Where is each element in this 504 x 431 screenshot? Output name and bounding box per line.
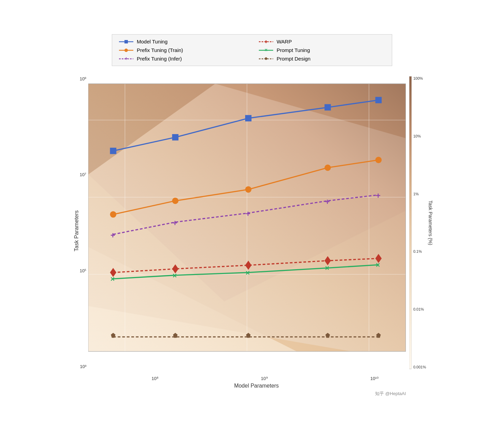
marker-model-tuning-1 — [110, 148, 117, 154]
marker-prefix-infer-1: + — [110, 231, 115, 240]
legend-item-prompt-tuning: × Prompt Tuning — [259, 47, 385, 53]
colorbar-tick-001: 0.01% — [413, 307, 426, 311]
x-tick-1e9: 10⁹ — [261, 376, 267, 381]
plot-wrapper: 10⁹ 10⁷ 10⁵ 10³ — [80, 73, 433, 389]
colorbar-ticks: 100% 10% 1% 0.1% 0.01% 0.001% — [412, 76, 426, 369]
marker-prompt-tuning-5: × — [376, 261, 380, 269]
marker-model-tuning-3 — [245, 115, 252, 121]
legend-line-prompt-design — [259, 56, 273, 62]
legend-label-warp: WARP — [277, 39, 292, 44]
legend-label-prefix-train: Prefix Tuning (Train) — [137, 47, 183, 53]
marker-prefix-infer-3: + — [246, 209, 251, 218]
legend-label-prompt-tuning: Prompt Tuning — [277, 47, 310, 53]
legend-label-prefix-infer: Prefix Tuning (Infer) — [137, 56, 182, 62]
legend-line-model-tuning — [119, 39, 133, 44]
colorbar-tick-01: 0.1% — [413, 249, 426, 253]
legend-line-prefix-infer: + — [119, 56, 133, 62]
y-tick-1e9: 10⁹ — [80, 76, 86, 81]
legend-line-prefix-train — [119, 48, 133, 53]
colorbar-tick-0001: 0.001% — [413, 365, 426, 369]
colorbar-container: 100% 10% 1% 0.1% 0.01% 0.001% Task Param… — [409, 73, 433, 376]
marker-prefix-infer-2: + — [173, 218, 177, 227]
svg-text:×: × — [265, 48, 267, 53]
legend-item-prefix-train: Prefix Tuning (Train) — [119, 47, 245, 53]
legend-label-prompt-design: Prompt Design — [277, 56, 310, 62]
svg-text:+: + — [125, 56, 128, 61]
marker-prompt-tuning-1: × — [110, 275, 115, 283]
legend-item-prefix-infer: + Prefix Tuning (Infer) — [119, 56, 245, 62]
chart-area: Task Parameters 10⁹ 10⁷ 10⁵ 10³ — [71, 73, 433, 389]
y-tick-1e3: 10³ — [80, 364, 87, 369]
x-ticks: 10⁸ 10⁹ 10¹⁰ — [80, 376, 433, 381]
main-svg: + + + + + — [88, 73, 406, 376]
marker-prefix-train-4 — [325, 165, 331, 171]
x-tick-1e10: 10¹⁰ — [370, 376, 379, 381]
marker-prompt-tuning-4: × — [325, 264, 329, 272]
colorbar-tick-10: 10% — [413, 134, 426, 138]
legend-item-model-tuning: Model Tuning — [119, 39, 245, 44]
marker-prefix-train-5 — [375, 157, 382, 163]
marker-prefix-train-1 — [110, 211, 117, 218]
x-tick-1e8: 10⁸ — [151, 376, 158, 381]
plot-with-yaxis: 10⁹ 10⁷ 10⁵ 10³ — [80, 73, 406, 376]
marker-model-tuning-5 — [375, 97, 382, 103]
y-axis-label-right: Task Parameters (%) — [426, 76, 433, 369]
legend-item-warp: WARP — [259, 39, 385, 44]
legend-line-warp — [259, 39, 273, 44]
plot-and-colorbar: 10⁹ 10⁷ 10⁵ 10³ — [80, 73, 433, 376]
y-ticks: 10⁹ 10⁷ 10⁵ 10³ — [80, 73, 88, 376]
svg-rect-1 — [124, 40, 128, 43]
x-axis-label: Model Parameters — [80, 381, 433, 389]
legend-item-prompt-design: Prompt Design — [259, 56, 385, 62]
legend-line-prompt-tuning: × — [259, 48, 273, 53]
legend: Model Tuning WARP Prefix Tuning (Train) … — [112, 34, 392, 66]
y-tick-1e5: 10⁵ — [80, 268, 86, 273]
y-tick-1e7: 10⁷ — [80, 172, 86, 177]
chart-container: Model Tuning WARP Prefix Tuning (Train) … — [64, 27, 440, 404]
colorbar-tick-100: 100% — [413, 76, 426, 80]
svg-point-5 — [124, 49, 128, 52]
marker-model-tuning-2 — [172, 134, 179, 141]
marker-prefix-train-2 — [172, 198, 179, 204]
colorbar-tick-1: 1% — [413, 192, 426, 196]
marker-prompt-tuning-3: × — [246, 269, 250, 277]
svg-rect-29 — [409, 76, 412, 369]
marker-prefix-infer-4: + — [325, 197, 330, 206]
marker-prefix-infer-5: + — [376, 191, 381, 200]
svg-marker-3 — [265, 40, 267, 43]
marker-model-tuning-4 — [325, 104, 331, 110]
watermark: 知乎 @HeptaAI — [71, 391, 433, 397]
marker-prompt-tuning-2: × — [173, 272, 177, 279]
legend-label-model-tuning: Model Tuning — [137, 39, 168, 44]
plot-svg: + + + + + — [88, 73, 406, 376]
y-axis-label-left: Task Parameters — [71, 73, 80, 389]
marker-prefix-train-3 — [245, 186, 252, 193]
colorbar-svg — [409, 76, 412, 369]
svg-marker-11 — [265, 57, 267, 60]
